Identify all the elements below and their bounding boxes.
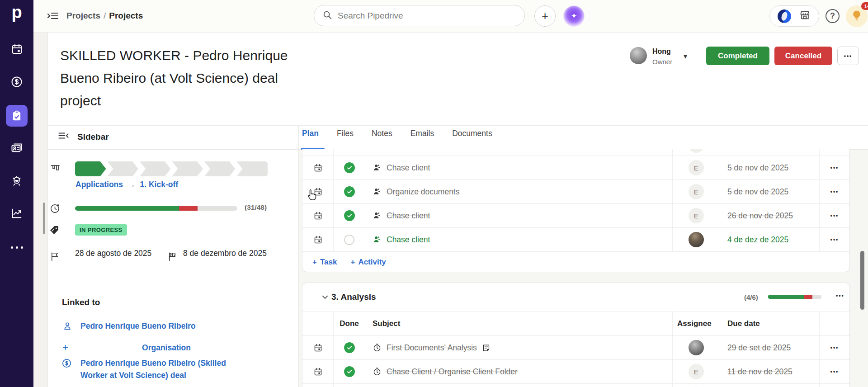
- subject-cell[interactable]: First Documents' Analysis: [365, 336, 673, 359]
- due-date-cell[interactable]: 26 de nov de 2025: [720, 204, 820, 227]
- due-date-cell[interactable]: 4 de dez de 2025: [720, 228, 820, 251]
- subject-cell[interactable]: Organize documents: [365, 180, 673, 203]
- subject-cell[interactable]: Chase client: [365, 204, 673, 227]
- assignee-cell[interactable]: E: [673, 360, 720, 383]
- mouse-cursor: [306, 189, 317, 203]
- task-subject[interactable]: Organize documents: [387, 187, 459, 197]
- end-date[interactable]: 8 de dezembro de 2025: [183, 247, 271, 260]
- column-due-date[interactable]: Due date: [720, 311, 820, 335]
- linked-person-link[interactable]: Pedro Henrique Bueno Ribeiro: [80, 321, 196, 331]
- tab-emails[interactable]: Emails: [410, 129, 434, 138]
- project-more-button[interactable]: •••: [837, 47, 859, 65]
- task-subject[interactable]: Chase client: [387, 163, 430, 173]
- add-organisation-plus-icon[interactable]: +: [62, 342, 68, 354]
- start-date[interactable]: 28 de agosto de 2025: [75, 247, 170, 260]
- table-row: First Documents' Analysis 29 de set de 2…: [302, 336, 849, 360]
- done-checkbox[interactable]: [334, 156, 365, 179]
- row-calendar-icon[interactable]: [302, 336, 334, 359]
- add-task-button[interactable]: +Task: [312, 258, 337, 267]
- add-organisation-link[interactable]: Organisation: [80, 343, 252, 353]
- nav-deals-icon[interactable]: [0, 71, 33, 93]
- phase-link[interactable]: 1. Kick-off: [140, 180, 179, 189]
- owner-caret-down-icon[interactable]: ▾: [684, 52, 687, 61]
- breadcrumb-section[interactable]: Projects: [66, 11, 100, 20]
- done-checkbox[interactable]: [334, 204, 365, 227]
- due-date-cell[interactable]: 5 de nov de 2025: [720, 156, 820, 179]
- quick-add-button[interactable]: +: [534, 5, 556, 27]
- section-title[interactable]: 3. Analysis: [331, 292, 376, 302]
- done-checkbox[interactable]: [334, 336, 365, 359]
- nav-more-icon[interactable]: [0, 236, 33, 258]
- marketplace-icon[interactable]: [799, 9, 811, 23]
- main-scrollbar-thumb[interactable]: [860, 251, 864, 310]
- nav-projects-icon[interactable]: [0, 105, 33, 127]
- row-menu-button[interactable]: •••: [820, 180, 849, 203]
- assignee-cell[interactable]: E: [673, 204, 720, 227]
- nav-ai-agent-icon[interactable]: [0, 171, 33, 193]
- campaigns-app-icon[interactable]: [778, 9, 791, 23]
- tab-notes[interactable]: Notes: [372, 129, 392, 138]
- breadcrumb: Projects/Projects: [66, 11, 143, 21]
- sidebar-collapse-icon[interactable]: [58, 131, 69, 143]
- done-checkbox[interactable]: [334, 360, 365, 383]
- global-search[interactable]: [314, 5, 525, 26]
- done-checkbox[interactable]: [334, 228, 365, 251]
- ai-assistant-button[interactable]: ✦: [563, 5, 585, 27]
- nav-contacts-icon[interactable]: [0, 137, 33, 159]
- status-badge[interactable]: IN PROGRESS: [75, 224, 127, 236]
- assignee-cell[interactable]: E: [673, 180, 720, 203]
- search-input[interactable]: [338, 11, 509, 21]
- row-calendar-icon[interactable]: [302, 360, 334, 383]
- activity-subject[interactable]: Chase Client / Organise Client Folder: [387, 367, 518, 377]
- cancelled-button[interactable]: Cancelled: [774, 47, 832, 65]
- due-date-cell[interactable]: 5 de nov de 2025: [720, 180, 820, 203]
- linked-deal-link[interactable]: Pedro Henrique Bueno Ribeiro (Skilled Wo…: [80, 357, 239, 382]
- nav-insights-icon[interactable]: [0, 203, 33, 224]
- owner-avatar[interactable]: [630, 47, 647, 64]
- column-subject[interactable]: Subject: [365, 311, 673, 335]
- tab-files[interactable]: Files: [337, 129, 354, 138]
- linked-to-title: Linked to: [62, 297, 100, 307]
- phase-segment-done: [75, 161, 106, 176]
- column-done[interactable]: Done: [334, 311, 365, 335]
- activity-subject[interactable]: First Documents' Analysis: [387, 343, 477, 353]
- table-row-partial: [302, 149, 849, 156]
- due-date-cell[interactable]: 29 de set de 2025: [720, 336, 820, 359]
- apps-pill: [769, 5, 819, 27]
- pipeline-link[interactable]: Applications: [75, 180, 123, 189]
- row-menu-button[interactable]: •••: [820, 204, 849, 227]
- task-subject[interactable]: Chase client: [387, 211, 430, 221]
- assignee-cell[interactable]: E: [673, 156, 720, 179]
- nav-collapse-icon[interactable]: [47, 10, 59, 23]
- nav-activities-calendar-icon[interactable]: [0, 38, 33, 60]
- column-assignee[interactable]: Assignee: [673, 311, 720, 335]
- row-calendar-icon[interactable]: [302, 204, 334, 227]
- row-calendar-icon[interactable]: [302, 156, 334, 179]
- subject-cell[interactable]: Chase client: [365, 156, 673, 179]
- section-progress-bar: [768, 295, 821, 299]
- assignee-cell[interactable]: [673, 228, 720, 251]
- completed-button[interactable]: Completed: [706, 47, 769, 65]
- help-button[interactable]: ?: [826, 9, 840, 23]
- subject-cell[interactable]: Chase client: [365, 228, 673, 251]
- row-menu-button[interactable]: •••: [820, 228, 849, 251]
- table-row: Chase client E 26 de nov de 2025 •••: [302, 204, 849, 228]
- activity-clock-icon: [373, 343, 382, 352]
- subject-cell[interactable]: Chase Client / Organise Client Folder: [365, 360, 673, 383]
- row-calendar-icon[interactable]: [302, 228, 334, 251]
- section-menu-button[interactable]: •••: [836, 291, 844, 299]
- done-checkbox[interactable]: [334, 180, 365, 203]
- due-date-cell[interactable]: 11 de nov de 2025: [720, 360, 820, 383]
- row-menu-button[interactable]: •••: [820, 360, 849, 383]
- tab-plan[interactable]: Plan: [302, 129, 319, 138]
- row-menu-button[interactable]: •••: [820, 336, 849, 359]
- task-subject[interactable]: Chase client: [387, 235, 430, 245]
- outer-scrollbar-thumb[interactable]: [43, 203, 45, 234]
- section-chevron-down-icon[interactable]: [321, 293, 330, 303]
- phase-progress-bar[interactable]: [75, 161, 268, 176]
- tab-documents[interactable]: Documents: [452, 129, 492, 138]
- add-activity-button[interactable]: +Activity: [350, 258, 386, 267]
- row-menu-button[interactable]: •••: [820, 156, 849, 179]
- pipedrive-logo[interactable]: p: [0, 3, 33, 22]
- assignee-cell[interactable]: [673, 336, 720, 359]
